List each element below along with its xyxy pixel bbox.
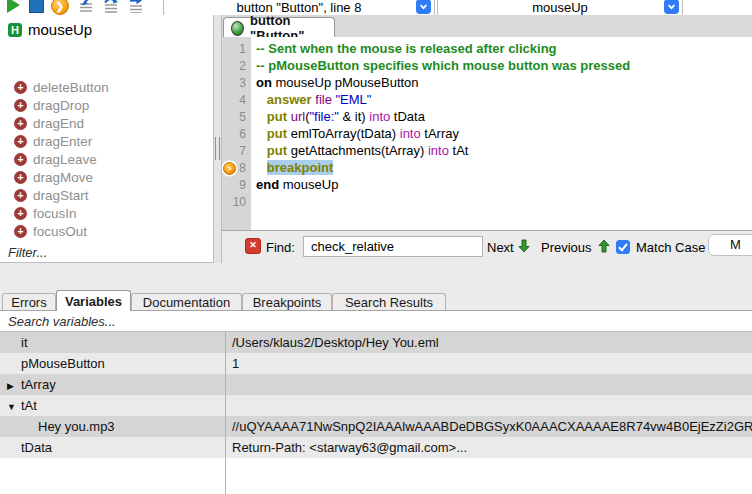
arrow-down-icon[interactable] <box>518 239 530 256</box>
add-handler-icon[interactable]: + <box>14 81 27 94</box>
line-number[interactable]: 5 <box>222 110 251 124</box>
add-handler-icon[interactable]: + <box>14 207 27 220</box>
code-line-8[interactable]: >8 breakpoint <box>222 159 752 176</box>
handler-list: H mouseUp +deleteButton+dragDrop+dragEnd… <box>0 15 214 243</box>
step-into-icon[interactable] <box>77 0 94 13</box>
line-number[interactable]: 4 <box>222 93 251 107</box>
tab-search-results[interactable]: Search Results <box>332 293 446 310</box>
line-number[interactable]: 9 <box>222 178 251 192</box>
code-line-2[interactable]: 2-- pMouseButton specifies which mouse b… <box>222 57 752 74</box>
code-text[interactable]: put url("file:" & it) into tData <box>256 109 425 124</box>
code-line-4[interactable]: 4 answer file "EML" <box>222 91 752 108</box>
tab-variables[interactable]: Variables <box>56 290 131 311</box>
find-input[interactable] <box>303 236 483 257</box>
run-icon[interactable] <box>7 0 24 14</box>
current-handler[interactable]: H mouseUp <box>8 21 92 38</box>
sidebar-item-dragDrop[interactable]: +dragDrop <box>0 96 213 114</box>
match-case-checkbox[interactable] <box>616 240 630 254</box>
find-previous-button[interactable]: Previous <box>541 240 592 255</box>
variable-search-input[interactable] <box>0 311 722 329</box>
code-line-1[interactable]: 1-- Sent when the mouse is released afte… <box>222 40 752 57</box>
sidebar-item-focusIn[interactable]: +focusIn <box>0 204 213 222</box>
collapse-arrow-icon[interactable]: ▼ <box>7 402 21 412</box>
expand-arrow-icon[interactable]: ▶ <box>7 381 21 391</box>
code-text[interactable]: breakpoint <box>256 160 333 175</box>
find-next-button[interactable]: Next <box>487 240 514 255</box>
panel-tabbar: ErrorsVariablesDocumentationBreakpointsS… <box>0 290 752 311</box>
code-line-9[interactable]: 9end mouseUp <box>222 176 752 193</box>
sidebar-item-deleteButton[interactable]: +deleteButton <box>0 78 213 96</box>
variable-row-tData[interactable]: tDataReturn-Path: <starway63@gmail.com>.… <box>0 437 752 458</box>
script-status-icon <box>231 21 244 36</box>
tab-errors[interactable]: Errors <box>2 293 56 310</box>
line-number[interactable]: 7 <box>222 144 251 158</box>
code-line-10[interactable]: 10 <box>222 193 752 210</box>
sidebar-item-dragMove[interactable]: +dragMove <box>0 168 213 186</box>
handler-item-label: dragStart <box>33 188 89 203</box>
code-line-6[interactable]: 6 put emlToArray(tData) into tArray <box>222 125 752 142</box>
variable-row-tArray[interactable]: ▶tArray <box>0 374 752 395</box>
variable-row-tAt[interactable]: ▼tAt <box>0 395 752 416</box>
line-number[interactable]: 2 <box>222 59 251 73</box>
variable-name: ▶tArray <box>0 377 225 392</box>
variable-value: /Users/klaus2/Desktop/Hey You.eml <box>225 335 439 350</box>
add-handler-icon[interactable]: + <box>14 153 27 166</box>
chevron-down-icon <box>664 0 679 14</box>
code-text[interactable]: on mouseUp pMouseButton <box>256 75 419 90</box>
code-line-5[interactable]: 5 put url("file:" & it) into tData <box>222 108 752 125</box>
handler-item-label: focusIn <box>33 206 77 221</box>
line-number[interactable]: 10 <box>222 195 251 209</box>
add-handler-icon[interactable]: + <box>14 117 27 130</box>
variable-row-Hey-you-mp3[interactable]: Hey you.mp3//uQYAAAA71NwSnpQ2IAAAlwAAABD… <box>0 416 752 437</box>
handler-filter-input[interactable] <box>0 242 210 260</box>
variables-table-empty-area <box>0 458 752 494</box>
add-handler-icon[interactable]: + <box>14 225 27 238</box>
step-out-icon[interactable] <box>127 0 144 13</box>
line-number[interactable]: 3 <box>222 76 251 90</box>
execution-point-icon[interactable]: > <box>223 162 236 175</box>
tab-breakpoints[interactable]: Breakpoints <box>242 293 332 310</box>
code-line-7[interactable]: 7 put getAttachments(tArray) into tAt <box>222 142 752 159</box>
script-editor-window: ❯ button "Button", line 8 mouseUp H mous… <box>0 0 752 494</box>
script-code-area[interactable]: 1-- Sent when the mouse is released afte… <box>222 37 752 231</box>
column-divider[interactable] <box>225 332 226 494</box>
code-text[interactable]: end mouseUp <box>256 177 338 192</box>
tab-documentation[interactable]: Documentation <box>131 293 242 310</box>
sidebar-item-focusOut[interactable]: +focusOut <box>0 222 213 240</box>
close-find-icon[interactable]: ✕ <box>245 238 261 254</box>
add-handler-icon[interactable]: + <box>14 99 27 112</box>
tab-button-button[interactable]: button "Button" <box>223 17 335 38</box>
line-number[interactable]: 6 <box>222 127 251 141</box>
code-text[interactable]: -- pMouseButton specifies which mouse bu… <box>256 58 630 73</box>
run-to-cursor-icon[interactable]: ❯ <box>51 0 69 15</box>
sidebar-item-dragEnter[interactable]: +dragEnter <box>0 132 213 150</box>
pane-splitter[interactable] <box>214 15 222 263</box>
code-line-3[interactable]: 3on mouseUp pMouseButton <box>222 74 752 91</box>
sidebar-item-dragLeave[interactable]: +dragLeave <box>0 150 213 168</box>
step-over-icon[interactable] <box>102 0 119 13</box>
add-handler-icon[interactable]: + <box>14 135 27 148</box>
code-text[interactable]: -- Sent when the mouse is released after… <box>256 41 557 56</box>
editor-tabbar: button "Button" <box>222 15 752 38</box>
match-case-label[interactable]: Match Case <box>636 240 705 255</box>
handler-dropdown[interactable]: mouseUp <box>437 0 683 16</box>
line-number[interactable]: 1 <box>222 42 251 56</box>
variable-name: pMouseButton <box>0 356 225 371</box>
arrow-up-icon[interactable] <box>598 239 610 256</box>
sidebar-item-dragStart[interactable]: +dragStart <box>0 186 213 204</box>
variable-name: ▼tAt <box>0 398 225 413</box>
stop-icon[interactable] <box>29 0 46 15</box>
variable-row-pMouseButton[interactable]: pMouseButton1 <box>0 353 752 374</box>
add-handler-icon[interactable]: + <box>14 189 27 202</box>
variable-row-it[interactable]: it/Users/klaus2/Desktop/Hey You.eml <box>0 332 752 353</box>
code-text[interactable]: answer file "EML" <box>256 92 371 107</box>
handler-filter <box>0 242 214 263</box>
sidebar-item-dragEnd[interactable]: +dragEnd <box>0 114 213 132</box>
code-text[interactable]: put emlToArray(tData) into tArray <box>256 126 459 141</box>
add-handler-icon[interactable]: + <box>14 171 27 184</box>
handler-item-label: dragEnd <box>33 116 84 131</box>
variable-name: tData <box>0 440 225 455</box>
find-overflow-button[interactable]: M <box>708 234 752 256</box>
variable-value: //uQYAAAA71NwSnpQ2IAAAlwAAABDeDBGSyxK0AA… <box>225 419 752 434</box>
code-text[interactable]: put getAttachments(tArray) into tAt <box>256 143 468 158</box>
